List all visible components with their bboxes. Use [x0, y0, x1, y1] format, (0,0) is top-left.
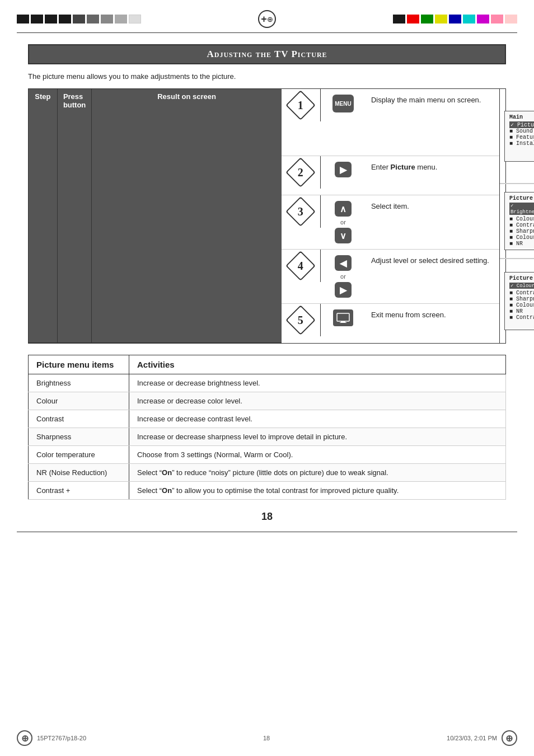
step-btn-cell-2: ▶ [321, 156, 366, 183]
col-header-item: Picture menu items [29, 355, 129, 374]
step-row-3: 3 ∧ or ∨ Select item. [282, 195, 499, 250]
activity-contrast: Increase or decrease contrast level. [129, 410, 506, 428]
step-num-1: 1 [282, 89, 321, 121]
step-btn-cell-1: MENU [321, 89, 366, 118]
item-sharpness: Sharpness [29, 428, 129, 446]
strip-sq [73, 15, 85, 24]
header-press: Press button [58, 89, 92, 342]
strip-sq [87, 15, 99, 24]
screen2-title-row: Picture ▲ [509, 195, 534, 201]
strip-sq [101, 15, 113, 24]
step-badge-3: 3 [286, 196, 316, 227]
tv-display-1: Main ▲ ✓ Picture ▶ ■ Sound ■ Features ■ … [504, 111, 534, 162]
table-header-row: Picture menu items Activities [29, 355, 506, 374]
footer-center-text: 18 [263, 735, 270, 741]
left-arrow-button[interactable]: ◀ [335, 255, 352, 271]
screen2-colour: ■ Colour [509, 216, 534, 222]
crosshair-center: ⊕ [258, 10, 276, 28]
item-nr: NR (Noise Reduction) [29, 464, 129, 482]
down-arrow-button[interactable]: ∨ [335, 228, 352, 243]
screen2-brightness-bar: ✓ Brightness◄▓▓▓▓▓▓▓▓▓▓▓▓▓59▶ [509, 203, 534, 215]
tv-display-3: Picture ▲ ✓ Colour ◄▓▓▓▓▓▓▓▓▓▓▓▓▓59▶ ■ C… [504, 272, 534, 330]
activity-sharpness: Increase or decrease sharpness level to … [129, 428, 506, 446]
step-num-5: 5 [282, 304, 321, 336]
strip-sq [115, 15, 127, 24]
menu-items-table: Picture menu items Activities Brightness… [28, 355, 506, 500]
step-desc-2: Enter Picture menu. [366, 156, 499, 178]
footer-right-group: 10/23/03, 2:01 PM ⊕ [447, 730, 517, 746]
svg-rect-1 [341, 321, 345, 322]
screens-column: Main ▲ ✓ Picture ▶ ■ Sound ■ Features ■ … [500, 89, 534, 343]
instruction-area: Step Press button Result on screen 1 MEN… [28, 88, 506, 344]
steps-column: 1 MENU Display the main menu on screen. … [282, 89, 500, 343]
right-arrow-button-2[interactable]: ▶ [335, 282, 352, 298]
step-desc-5: Exit menu from screen. [366, 304, 499, 326]
screen2-coltemp: ■ Colour Temp [509, 234, 534, 241]
right-color-strip [393, 15, 517, 24]
header-row: Step Press button Result on screen [29, 89, 282, 343]
screen1-sound: ■ Sound [509, 128, 534, 134]
crosshair-bottom-right: ⊕ [502, 730, 517, 746]
footer-left-group: ⊕ 15PT2767/p18-20 [17, 730, 86, 746]
footer: ⊕ 15PT2767/p18-20 18 10/23/03, 2:01 PM ⊕ [0, 726, 534, 756]
tv-button[interactable] [333, 309, 353, 326]
step-btn-cell-5 [321, 304, 366, 332]
item-contrast-plus: Contrast + [29, 482, 129, 500]
step-row-5: 5 Exit menu from screen. [282, 304, 499, 343]
item-brightness: Brightness [29, 374, 129, 392]
screen2-sharpness: ■ Sharpness [509, 228, 534, 234]
step-num-4: 4 [282, 250, 321, 282]
table-row: Color temperature Choose from 3 settings… [29, 446, 506, 464]
screen1-content: ✓ Picture ▶ ■ Sound ■ Features ■ Install… [509, 121, 534, 158]
step-desc-1: Display the main menu on screen. [366, 89, 499, 111]
step-num-3: 3 [282, 195, 321, 228]
or-label: or [340, 219, 346, 226]
right-arrow-button[interactable]: ▶ [335, 162, 352, 177]
table-row: Sharpness Increase or decrease sharpness… [29, 428, 506, 446]
step-row-1: 1 MENU Display the main menu on screen. [282, 89, 499, 156]
top-rule [17, 32, 517, 33]
step-btn-cell-4: ◀ or ▶ [321, 250, 366, 303]
screen-3: Picture ▲ ✓ Colour ◄▓▓▓▓▓▓▓▓▓▓▓▓▓59▶ ■ C… [500, 259, 534, 343]
page-title-box: Adjusting the TV Picture [28, 44, 506, 64]
up-arrow-button[interactable]: ∧ [335, 201, 352, 217]
screen1-title-row: Main ▲ [509, 114, 534, 120]
screen3-coltemp: ■ Colour Temp [509, 302, 534, 308]
svg-rect-0 [337, 313, 349, 321]
header-result: Result on screen [92, 89, 282, 342]
tv-display-2: Picture ▲ ✓ Brightness◄▓▓▓▓▓▓▓▓▓▓▓▓▓59▶ … [504, 192, 534, 250]
activity-nr: Select “On” to reduce “noisy” picture (l… [129, 464, 506, 482]
table-row: NR (Noise Reduction) Select “On” to redu… [29, 464, 506, 482]
screen3-contrast-plus: ■ Contrast + [509, 314, 534, 321]
strip-sq [407, 15, 419, 24]
screen3-nr: ■ NR [509, 308, 534, 314]
screen1-features: ■ Features [509, 134, 534, 140]
screen-1: Main ▲ ✓ Picture ▶ ■ Sound ■ Features ■ … [500, 89, 534, 184]
menu-button[interactable]: MENU [332, 95, 354, 112]
item-contrast: Contrast [29, 410, 129, 428]
strip-sq [45, 15, 57, 24]
activity-contrast-plus: Select “On” to allow you to optimise the… [129, 482, 506, 500]
strip-sq [491, 15, 503, 24]
screen3-colour-bar: ✓ Colour ◄▓▓▓▓▓▓▓▓▓▓▓▓▓59▶ [509, 283, 534, 289]
footer-right-text: 10/23/03, 2:01 PM [447, 735, 497, 741]
screen2-contrast: ■ Contrast [509, 222, 534, 228]
strip-sq [59, 15, 71, 24]
strip-sq [421, 15, 433, 24]
steps-screens-body: 1 MENU Display the main menu on screen. … [282, 89, 534, 343]
strip-sq [477, 15, 489, 24]
strip-sq [463, 15, 475, 24]
step-badge-2: 2 [286, 157, 316, 187]
screen-2: Picture ▲ ✓ Brightness◄▓▓▓▓▓▓▓▓▓▓▓▓▓59▶ … [500, 184, 534, 259]
screen3-sharpness: ■ Sharpness [509, 296, 534, 302]
screen3-down-arrow: ▼ [509, 321, 534, 327]
activity-brightness: Increase or decrease brightness level. [129, 374, 506, 392]
screen3-contrast: ■ Contrast [509, 290, 534, 296]
step-badge-1: 1 [286, 90, 316, 120]
table-row: Colour Increase or decrease color level. [29, 392, 506, 410]
strip-sq [129, 15, 141, 24]
table-row: Contrast Increase or decrease contrast l… [29, 410, 506, 428]
crosshair-bottom-left: ⊕ [17, 730, 32, 746]
col-header-activity: Activities [129, 355, 506, 374]
strip-sq [505, 15, 517, 24]
